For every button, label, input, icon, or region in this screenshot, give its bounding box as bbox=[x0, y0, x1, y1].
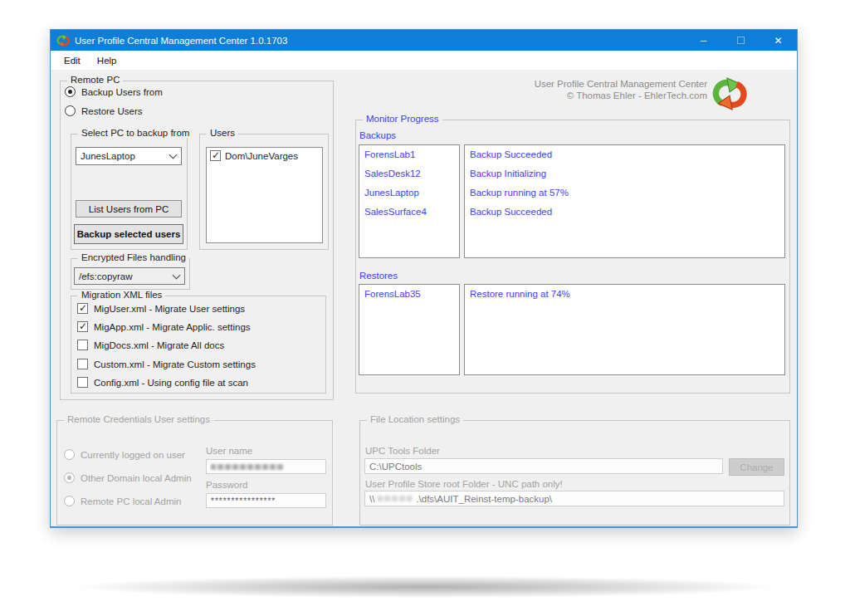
backup-status-item[interactable]: Backup Initializing bbox=[465, 164, 784, 183]
username-field bbox=[206, 459, 326, 474]
store-path-suffix: .\dfs\AUIT_Reinst-temp-backup\ bbox=[416, 494, 552, 504]
radio-icon bbox=[64, 472, 75, 483]
backup-status-item[interactable]: Backup Succeeded bbox=[465, 203, 784, 222]
branding-line1: User Profile Central Management Center bbox=[535, 78, 707, 90]
radio-icon bbox=[64, 496, 75, 506]
users-listbox[interactable]: Dom\JuneVarges bbox=[206, 147, 323, 243]
redacted-server-name bbox=[378, 496, 413, 501]
change-button-label: Change bbox=[740, 462, 773, 472]
upc-tools-folder-field: C:\UPCtools bbox=[364, 458, 723, 474]
backup-status-item[interactable]: Backup Succeeded bbox=[465, 145, 784, 164]
radio-label: Currently logged on user bbox=[81, 450, 185, 460]
password-field: **************** bbox=[206, 493, 326, 508]
migration-xml-group-label: Migration XML files bbox=[78, 290, 165, 300]
app-window: User Profile Central Management Center 1… bbox=[50, 29, 798, 528]
username-label: User name bbox=[206, 446, 252, 456]
monitor-progress-group-label: Monitor Progress bbox=[363, 114, 442, 124]
restore-status-item[interactable]: Restore running at 74% bbox=[465, 285, 784, 304]
backup-name-item[interactable]: ForensLab1 bbox=[359, 145, 459, 164]
upc-tools-folder-value: C:\UPCtools bbox=[369, 462, 422, 472]
pc-select-combobox[interactable]: JunesLaptop bbox=[76, 147, 182, 165]
radio-other-domain-admin: Other Domain local Admin bbox=[64, 472, 192, 483]
checkbox-label: MigDocs.xml - Migrate All docs bbox=[94, 340, 224, 350]
checkbox-label: MigUser.xml - Migrate User settings bbox=[94, 304, 245, 314]
radio-currently-logged-on: Currently logged on user bbox=[64, 449, 185, 460]
radio-backup-users-from[interactable]: Backup Users from bbox=[65, 86, 163, 97]
checkbox-icon bbox=[210, 150, 221, 161]
users-group-label: Users bbox=[207, 128, 238, 138]
refresh-sync-icon[interactable] bbox=[712, 76, 747, 111]
backups-label: Backups bbox=[359, 130, 396, 140]
checkbox-miguser[interactable]: MigUser.xml - Migrate User settings bbox=[77, 303, 245, 314]
checkbox-custom[interactable]: Custom.xml - Migrate Custom settings bbox=[77, 359, 256, 369]
backup-name-item[interactable]: JunesLaptop bbox=[359, 183, 459, 203]
remote-pc-group-label: Remote PC bbox=[67, 75, 123, 85]
select-pc-group-label: Select PC to backup from bbox=[78, 128, 193, 138]
radio-label: Remote PC local Admin bbox=[81, 496, 181, 506]
checkbox-icon bbox=[77, 321, 88, 332]
file-location-group-label: File Location settings bbox=[367, 414, 463, 424]
title-bar[interactable]: User Profile Central Management Center 1… bbox=[51, 30, 797, 51]
change-button: Change bbox=[729, 458, 784, 476]
backup-status-item[interactable]: Backup running at 57% bbox=[465, 183, 784, 203]
branding-line2: © Thomas Ehler - EhlerTech.com bbox=[535, 90, 707, 101]
app-sync-icon bbox=[56, 34, 70, 47]
checkbox-icon bbox=[77, 377, 88, 388]
store-root-folder-field: \\ .\dfs\AUIT_Reinst-temp-backup\ bbox=[364, 491, 784, 506]
client-area: User Profile Central Management Center ©… bbox=[51, 70, 797, 526]
backup-name-item[interactable]: SalesDesk12 bbox=[359, 164, 459, 183]
store-root-folder-label: User Profile Store root Folder - UNC pat… bbox=[365, 479, 563, 489]
restores-name-listbox[interactable]: ForensLab35 bbox=[359, 284, 460, 375]
checkbox-label: Custom.xml - Migrate Custom settings bbox=[94, 359, 256, 369]
checkbox-config[interactable]: Config.xml - Using config file at scan bbox=[77, 377, 248, 388]
checkbox-icon bbox=[77, 359, 88, 369]
encrypted-files-group-label: Encrypted Files handling bbox=[78, 252, 189, 262]
store-path-prefix: \\ bbox=[369, 494, 374, 504]
checkbox-label: MigApp.xml - Migrate Applic. settings bbox=[94, 322, 251, 332]
minimize-button[interactable]: – bbox=[685, 30, 722, 51]
checkbox-migapp[interactable]: MigApp.xml - Migrate Applic. settings bbox=[77, 321, 251, 332]
backups-name-listbox[interactable]: ForensLab1 SalesDesk12 JunesLaptop Sales… bbox=[359, 144, 460, 258]
list-users-button-label: List Users from PC bbox=[89, 204, 169, 214]
user-list-item-label: Dom\JuneVarges bbox=[225, 151, 298, 161]
restores-label: Restores bbox=[359, 271, 398, 281]
checkbox-migdocs[interactable]: MigDocs.xml - Migrate All docs bbox=[77, 340, 224, 350]
menu-bar: Edit Help bbox=[51, 51, 797, 70]
upc-tools-folder-label: UPC Tools Folder bbox=[365, 446, 440, 456]
menu-help[interactable]: Help bbox=[90, 53, 124, 68]
close-icon: ✕ bbox=[774, 35, 782, 46]
pc-select-value: JunesLaptop bbox=[81, 151, 135, 161]
radio-icon bbox=[65, 86, 76, 97]
checkbox-icon bbox=[77, 340, 88, 350]
backup-name-item[interactable]: SalesSurface4 bbox=[359, 203, 459, 222]
user-list-item[interactable]: Dom\JuneVarges bbox=[207, 148, 322, 164]
backup-selected-users-button-label: Backup selected users bbox=[77, 229, 181, 239]
maximize-button[interactable] bbox=[722, 30, 760, 51]
restore-name-item[interactable]: ForensLab35 bbox=[359, 285, 459, 304]
radio-label: Backup Users from bbox=[81, 87, 163, 97]
backup-selected-users-button[interactable]: Backup selected users bbox=[74, 224, 183, 244]
encrypted-files-value: /efs:copyraw bbox=[79, 271, 133, 281]
encrypted-files-combobox[interactable]: /efs:copyraw bbox=[74, 267, 185, 285]
radio-remote-pc-admin: Remote PC local Admin bbox=[64, 496, 181, 506]
list-users-button[interactable]: List Users from PC bbox=[76, 200, 182, 218]
password-label: Password bbox=[206, 480, 248, 490]
branding-text: User Profile Central Management Center ©… bbox=[535, 78, 707, 101]
chevron-down-icon bbox=[173, 271, 181, 279]
radio-label: Restore Users bbox=[81, 106, 143, 116]
remote-credentials-group-label: Remote Credentials User settings bbox=[64, 414, 213, 424]
restores-status-listbox[interactable]: Restore running at 74% bbox=[464, 284, 785, 375]
maximize-icon bbox=[737, 37, 745, 44]
radio-restore-users[interactable]: Restore Users bbox=[65, 105, 143, 116]
chevron-down-icon bbox=[169, 151, 178, 159]
checkbox-label: Config.xml - Using config file at scan bbox=[94, 378, 248, 388]
window-title: User Profile Central Management Center 1… bbox=[75, 36, 287, 46]
redacted-username bbox=[211, 464, 284, 470]
radio-label: Other Domain local Admin bbox=[81, 473, 192, 483]
menu-edit[interactable]: Edit bbox=[57, 53, 87, 68]
backups-status-listbox[interactable]: Backup Succeeded Backup Initializing Bac… bbox=[464, 144, 785, 258]
close-button[interactable]: ✕ bbox=[760, 30, 797, 51]
window-floor-shadow bbox=[79, 576, 772, 598]
password-masked-value: **************** bbox=[211, 496, 276, 506]
radio-icon bbox=[64, 449, 75, 460]
